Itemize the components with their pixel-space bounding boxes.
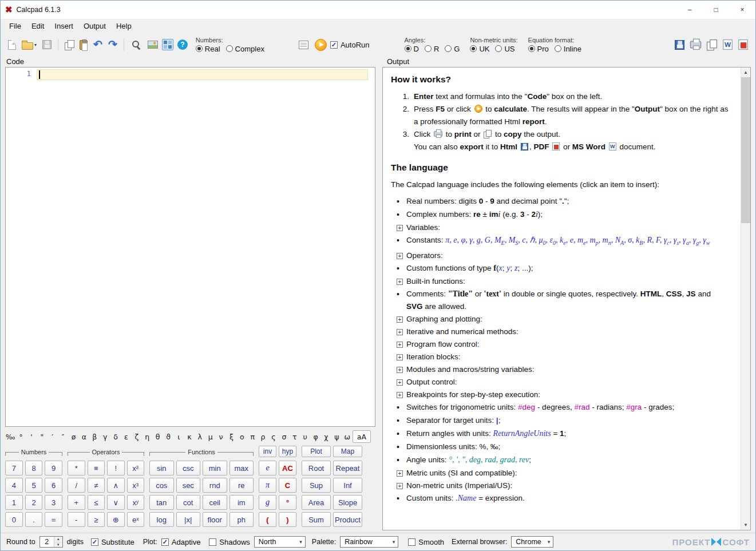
key-Repeat[interactable]: Repeat <box>333 461 362 475</box>
key-rnd[interactable]: rnd <box>203 478 227 493</box>
key-)[interactable]: ) <box>279 512 296 527</box>
expand-plus-icon[interactable]: + <box>397 329 403 335</box>
key-AC[interactable]: AC <box>279 461 296 475</box>
language-item[interactable]: •Dimensionless units: %, ‰; <box>397 441 729 454</box>
autorun-checkbox[interactable]: AutoRun <box>330 41 370 49</box>
symbol-key-χ[interactable]: χ <box>321 431 331 442</box>
menu-insert[interactable]: Insert <box>49 20 78 32</box>
symbol-key-γ[interactable]: γ <box>100 431 110 442</box>
key-Product[interactable]: Product <box>333 512 362 527</box>
print-button[interactable] <box>688 40 703 49</box>
key-xʸ[interactable]: xʸ <box>127 495 145 510</box>
key-cot[interactable]: cot <box>176 495 201 510</box>
symbol-key-σ[interactable]: σ <box>279 431 289 442</box>
key-≡[interactable]: ≡ <box>88 461 105 475</box>
expand-plus-icon[interactable]: + <box>397 279 403 285</box>
radio-real[interactable]: Real <box>196 45 220 53</box>
key-≤[interactable]: ≤ <box>88 495 105 510</box>
key-csc[interactable]: csc <box>176 461 201 475</box>
copy-output-button[interactable] <box>705 39 719 50</box>
symbol-key-"[interactable]: " <box>37 431 47 442</box>
symbol-key-α[interactable]: α <box>79 431 89 442</box>
expand-plus-icon[interactable]: + <box>397 367 403 373</box>
smooth-checkbox[interactable]: Smooth <box>408 538 444 546</box>
symbol-key-‰[interactable]: ‰ <box>5 431 15 442</box>
symbol-key-'[interactable]: ' <box>26 431 37 442</box>
language-item[interactable]: +Modules and macros/string variables: <box>397 363 729 376</box>
key-eˣ[interactable]: eˣ <box>127 512 145 527</box>
symbol-key-ε[interactable]: ε <box>121 431 131 442</box>
symbol-key-μ[interactable]: μ <box>205 431 215 442</box>
scrollbar-track[interactable] <box>741 223 750 520</box>
key-.[interactable]: . <box>25 512 43 527</box>
symbol-key-″[interactable]: ″ <box>58 431 68 442</box>
expand-plus-icon[interactable]: + <box>397 316 403 323</box>
key-|x|[interactable]: |x| <box>176 512 201 527</box>
key-sin[interactable]: sin <box>149 461 174 475</box>
symbol-key-′[interactable]: ′ <box>48 431 58 442</box>
language-item[interactable]: •Angle units: °, ', ", deg, rad, grad, r… <box>397 454 729 467</box>
language-item[interactable]: +Graphing and plotting: <box>397 313 729 326</box>
adaptive-checkbox[interactable]: Adaptive <box>161 538 201 546</box>
language-item[interactable]: +Non-metric units (Imperial/US): <box>397 479 729 492</box>
key-π[interactable]: π <box>259 478 276 493</box>
expand-plus-icon[interactable]: + <box>397 483 403 489</box>
key-*[interactable]: * <box>68 461 85 475</box>
symbol-key-ϑ[interactable]: ϑ <box>163 431 173 442</box>
output-format-button[interactable] <box>297 39 310 51</box>
language-item[interactable]: •Complex numbers: re ± imi (e.g. 3 - 2i)… <box>397 208 729 221</box>
symbol-key-ø[interactable]: ø <box>68 431 78 442</box>
symbol-key-ρ[interactable]: ρ <box>258 431 268 442</box>
key-floor[interactable]: floor <box>203 512 227 527</box>
substitute-checkbox[interactable]: Substitute <box>91 538 134 546</box>
key-+[interactable]: + <box>68 495 85 510</box>
key-ceil[interactable]: ceil <box>203 495 227 510</box>
paste-button[interactable] <box>78 38 89 51</box>
editor-content[interactable] <box>37 68 375 426</box>
key-Slope[interactable]: Slope <box>333 495 362 510</box>
radio-grades[interactable]: G <box>445 45 460 53</box>
radio-us[interactable]: US <box>495 45 514 53</box>
key-=[interactable]: = <box>45 512 62 527</box>
panel-splitter[interactable] <box>375 56 381 533</box>
key-cos[interactable]: cos <box>149 478 174 493</box>
key-sec[interactable]: sec <box>176 478 201 493</box>
new-file-button[interactable] <box>6 38 18 51</box>
key-∨[interactable]: ∨ <box>107 495 125 510</box>
radio-degrees[interactable]: D <box>405 45 419 53</box>
key-Sup[interactable]: Sup <box>302 478 331 493</box>
round-digits-value[interactable]: 2 <box>40 537 54 547</box>
menu-output[interactable]: Output <box>78 20 111 32</box>
key-4[interactable]: 4 <box>5 478 23 493</box>
light-direction-dropdown[interactable]: North▾ <box>254 536 306 548</box>
key-Root[interactable]: Root <box>302 461 331 475</box>
key-Sum[interactable]: Sum <box>302 512 331 527</box>
save-button[interactable] <box>41 38 53 51</box>
symbol-key-ν[interactable]: ν <box>216 431 226 442</box>
scrollbar-thumb[interactable] <box>741 77 750 223</box>
key-/[interactable]: / <box>68 478 85 493</box>
symbol-key-δ[interactable]: δ <box>110 431 121 442</box>
key-inv[interactable]: inv <box>259 446 276 457</box>
key-1[interactable]: 1 <box>5 495 23 510</box>
export-html-button[interactable] <box>673 39 686 50</box>
key-°[interactable]: ° <box>279 495 296 510</box>
radio-pro[interactable]: Pro <box>528 45 549 53</box>
expand-plus-icon[interactable]: + <box>397 354 403 360</box>
help-button[interactable] <box>176 38 189 51</box>
language-item[interactable]: +Variables: <box>397 221 729 234</box>
symbol-key-φ[interactable]: φ <box>310 431 320 442</box>
language-item[interactable]: •Return angles with units: ReturnAngleUn… <box>397 427 729 441</box>
symbol-key-τ[interactable]: τ <box>290 431 300 442</box>
insert-image-button[interactable] <box>146 39 160 50</box>
key-![interactable]: ! <box>107 461 125 475</box>
language-item[interactable]: +Breakpoints for step-by-step execution: <box>397 389 729 401</box>
undo-button[interactable] <box>92 38 104 51</box>
key-Map[interactable]: Map <box>333 446 362 457</box>
key-e[interactable]: e <box>259 461 276 475</box>
key-5[interactable]: 5 <box>25 478 43 493</box>
key-re[interactable]: re <box>229 478 254 493</box>
key-max[interactable]: max <box>229 461 254 475</box>
language-item[interactable]: •Custom functions of type f(x; y; z; ...… <box>397 262 729 275</box>
expand-plus-icon[interactable]: + <box>397 342 403 348</box>
